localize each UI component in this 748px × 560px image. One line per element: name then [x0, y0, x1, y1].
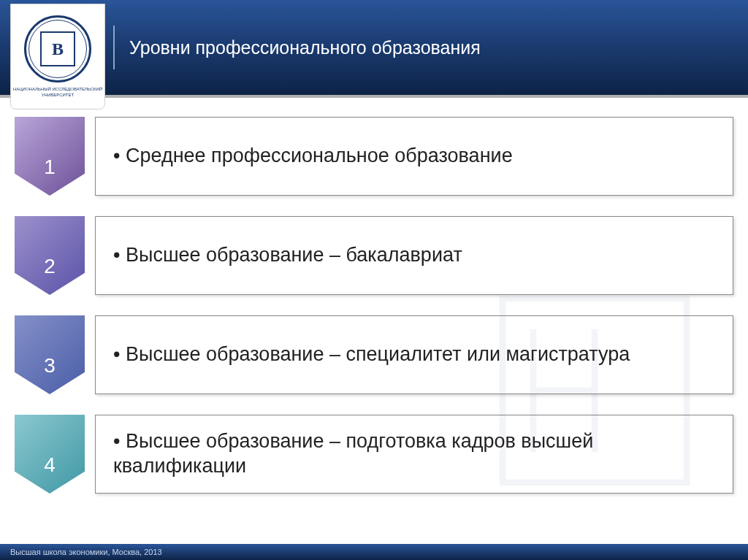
level-number: 3 — [44, 354, 56, 377]
item-box: • Высшее образование – специалитет или м… — [95, 315, 733, 394]
item-text: • Среднее профессиональное образование — [113, 144, 513, 169]
chevron-badge-4: 4 — [15, 415, 85, 494]
chevron-badge-1: 1 — [15, 117, 85, 196]
logo-inner-box: В — [40, 31, 75, 66]
logo-circle: В — [24, 15, 91, 83]
list-item: 3 • Высшее образование – специалитет или… — [15, 315, 733, 394]
item-text: • Высшее образование – бакалавриат — [113, 243, 462, 268]
item-box: • Среднее профессиональное образование — [95, 117, 733, 196]
list-item: 2 • Высшее образование – бакалавриат — [15, 216, 733, 295]
chevron-down-icon: 1 — [15, 117, 85, 196]
logo-caption-2: УНИВЕРСИТЕТ — [42, 93, 74, 98]
content-area: 1 • Среднее профессиональное образование… — [0, 95, 748, 494]
title-divider — [113, 26, 115, 69]
slide-title: Уровни профессионального образования — [129, 37, 481, 58]
list-item: 1 • Среднее профессиональное образование — [15, 117, 733, 196]
level-number: 2 — [44, 255, 56, 278]
list-item: 4 • Высшее образование – подготовка кадр… — [15, 415, 733, 494]
chevron-down-icon: 2 — [15, 216, 85, 295]
level-number: 4 — [44, 453, 56, 477]
level-number: 1 — [44, 156, 56, 179]
footer-bar: Высшая школа экономики, Москва, 2013 — [0, 544, 748, 560]
logo-caption-1: НАЦИОНАЛЬНЫЙ ИССЛЕДОВАТЕЛЬСКИЙ — [13, 87, 102, 92]
logo-initials: В — [52, 39, 64, 59]
chevron-down-icon: 3 — [15, 315, 85, 394]
logo-container: В НАЦИОНАЛЬНЫЙ ИССЛЕДОВАТЕЛЬСКИЙ УНИВЕРС… — [10, 4, 105, 110]
item-box: • Высшее образование – подготовка кадров… — [95, 415, 733, 494]
item-text: • Высшее образование – подготовка кадров… — [113, 429, 715, 479]
chevron-badge-3: 3 — [15, 315, 85, 394]
footer-text: Высшая школа экономики, Москва, 2013 — [10, 548, 162, 556]
item-text: • Высшее образование – специалитет или м… — [113, 342, 630, 367]
chevron-badge-2: 2 — [15, 216, 85, 295]
item-box: • Высшее образование – бакалавриат — [95, 216, 733, 295]
header-band: Уровни профессионального образования — [0, 0, 748, 95]
chevron-down-icon: 4 — [15, 415, 85, 494]
